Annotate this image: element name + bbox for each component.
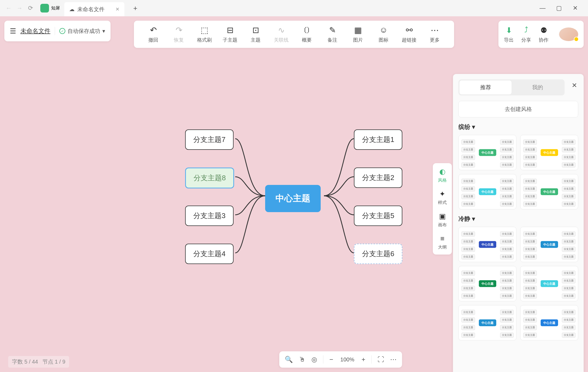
node-count: 节点 1 / 9 bbox=[42, 358, 65, 365]
close-window-button[interactable]: ✕ bbox=[571, 4, 579, 12]
fullscreen-icon[interactable]: ⛶ bbox=[378, 356, 384, 363]
more-icon[interactable]: ⋯ bbox=[390, 356, 397, 363]
style-theme-card[interactable]: 中心主题分支主题分支主题分支主题分支主题分支主题分支主题分支主题分支主题 bbox=[458, 174, 516, 209]
mouse-icon[interactable]: 🖱 bbox=[299, 356, 305, 363]
nav-refresh-button[interactable]: ⟳ bbox=[25, 3, 36, 14]
browser-bar: ← → ⟳ 知犀 ☁ 未命名文件 ✕ + — ▢ ✕ bbox=[0, 0, 588, 16]
search-icon[interactable]: 🔍 bbox=[285, 356, 293, 363]
section-title[interactable]: 缤纷 ▾ bbox=[458, 123, 578, 131]
style-tabs: 推荐 我的 bbox=[458, 79, 565, 95]
style-theme-card[interactable]: 中心主题分支主题分支主题分支主题分支主题分支主题分支主题分支主题分支主题 bbox=[520, 227, 578, 262]
branch-node[interactable]: 分支主题2 bbox=[354, 168, 402, 188]
close-panel-button[interactable]: ✕ bbox=[572, 82, 577, 89]
content-area: ☰ 未命名文件 ✓ 自动保存成功 ▾ ↶撤回↷恢复⬚格式刷⊟子主题⊡主题∿关联线… bbox=[0, 16, 588, 372]
chevron-down-icon: ▾ bbox=[472, 123, 475, 131]
nav-back-button[interactable]: ← bbox=[3, 3, 14, 14]
style-theme-card[interactable]: 中心主题分支主题分支主题分支主题分支主题分支主题分支主题分支主题分支主题 bbox=[458, 227, 516, 262]
branch-node[interactable]: 分支主题1 bbox=[354, 129, 402, 150]
maximize-button[interactable]: ▢ bbox=[555, 4, 563, 12]
char-count: 字数 5 / 44 bbox=[12, 358, 38, 365]
style-theme-card[interactable]: 中心主题分支主题分支主题分支主题分支主题分支主题分支主题分支主题分支主题 bbox=[458, 305, 516, 340]
new-tab-button[interactable]: + bbox=[130, 3, 141, 14]
zoom-in-button[interactable]: + bbox=[362, 356, 365, 363]
style-section: 冷静 ▾中心主题分支主题分支主题分支主题分支主题分支主题分支主题分支主题分支主题… bbox=[453, 215, 584, 346]
app-name: 知犀 bbox=[51, 5, 60, 11]
center-node[interactable]: 中心主题 bbox=[265, 185, 321, 212]
branch-node-selected[interactable]: 分支主题8 bbox=[185, 168, 234, 188]
minimize-button[interactable]: — bbox=[538, 4, 547, 12]
zoom-out-button[interactable]: − bbox=[329, 356, 333, 363]
tab-title: 未命名文件 bbox=[77, 6, 105, 13]
style-theme-card[interactable]: 中心主题分支主题分支主题分支主题分支主题分支主题分支主题分支主题分支主题 bbox=[458, 135, 516, 170]
branch-node[interactable]: 分支主题6 bbox=[354, 244, 402, 264]
create-style-button[interactable]: 去创建风格 bbox=[458, 101, 578, 117]
style-theme-card[interactable]: 中心主题分支主题分支主题分支主题分支主题分支主题分支主题分支主题分支主题 bbox=[520, 266, 578, 301]
style-theme-card[interactable]: 中心主题分支主题分支主题分支主题分支主题分支主题分支主题分支主题分支主题 bbox=[520, 174, 578, 209]
app-tab[interactable]: 知犀 bbox=[36, 0, 64, 16]
window-controls: — ▢ ✕ bbox=[538, 4, 585, 12]
status-bar: 字数 5 / 44 节点 1 / 9 bbox=[8, 356, 69, 368]
target-icon[interactable]: ◎ bbox=[311, 356, 317, 363]
tab-recommend[interactable]: 推荐 bbox=[460, 80, 512, 94]
style-section: 缤纷 ▾中心主题分支主题分支主题分支主题分支主题分支主题分支主题分支主题分支主题… bbox=[453, 123, 584, 215]
divider bbox=[371, 355, 372, 364]
branch-node[interactable]: 分支主题5 bbox=[354, 206, 402, 226]
style-grid: 中心主题分支主题分支主题分支主题分支主题分支主题分支主题分支主题分支主题中心主题… bbox=[458, 227, 578, 340]
chevron-down-icon: ▾ bbox=[472, 215, 475, 222]
branch-node[interactable]: 分支主题7 bbox=[185, 129, 234, 150]
app-logo-icon bbox=[40, 4, 49, 13]
document-tab[interactable]: ☁ 未命名文件 ✕ bbox=[64, 2, 124, 16]
zoom-value: 100% bbox=[339, 356, 356, 363]
style-theme-card[interactable]: 中心主题分支主题分支主题分支主题分支主题分支主题分支主题分支主题分支主题 bbox=[458, 266, 516, 301]
style-theme-card[interactable]: 中心主题分支主题分支主题分支主题分支主题分支主题分支主题分支主题分支主题 bbox=[520, 305, 578, 340]
tab-mine[interactable]: 我的 bbox=[512, 80, 564, 94]
zoom-bar: 🔍 🖱 ◎ − 100% + ⛶ ⋯ bbox=[279, 351, 402, 368]
close-icon[interactable]: ✕ bbox=[115, 6, 120, 12]
style-grid: 中心主题分支主题分支主题分支主题分支主题分支主题分支主题分支主题分支主题中心主题… bbox=[458, 135, 578, 209]
section-title[interactable]: 冷静 ▾ bbox=[458, 215, 578, 223]
divider bbox=[323, 355, 323, 364]
style-panel: 推荐 我的 ✕ 去创建风格 缤纷 ▾中心主题分支主题分支主题分支主题分支主题分支… bbox=[453, 74, 584, 372]
style-theme-card[interactable]: 中心主题分支主题分支主题分支主题分支主题分支主题分支主题分支主题分支主题 bbox=[520, 135, 578, 170]
cloud-icon: ☁ bbox=[69, 6, 75, 13]
branch-node[interactable]: 分支主题4 bbox=[185, 244, 234, 264]
branch-node[interactable]: 分支主题3 bbox=[185, 206, 234, 226]
nav-forward-button[interactable]: → bbox=[14, 3, 25, 14]
